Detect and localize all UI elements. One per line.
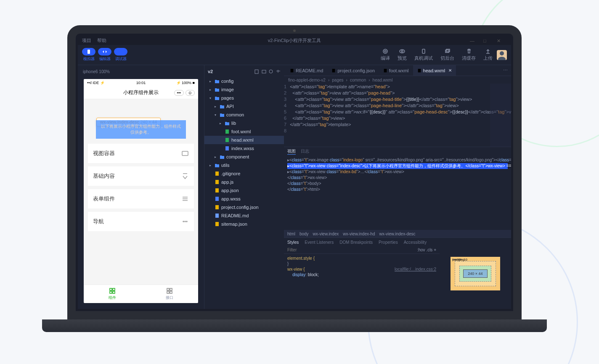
editor-tab[interactable]: project.config.json	[327, 65, 379, 76]
dt-style-tab[interactable]: DOM Breakpoints	[339, 240, 373, 245]
tb-code-button[interactable]: 编辑器	[98, 48, 111, 62]
tb-debug-button[interactable]: 调试器	[114, 48, 127, 62]
chevron-icon: ▾	[215, 113, 218, 117]
card-icon	[181, 150, 189, 157]
box-content: 240 × 44	[463, 269, 487, 278]
editor-tab[interactable]: foot.wxml	[379, 65, 413, 76]
tree-item[interactable]: app.js	[204, 178, 284, 186]
dt-tab-log[interactable]: 日志	[301, 148, 309, 154]
crumb[interactable]: common	[350, 78, 366, 82]
tree-item[interactable]: head.wxml	[204, 136, 284, 144]
close-icon[interactable]: ✕	[448, 68, 452, 73]
tb-phone-debug-button[interactable]: 真机调试	[414, 48, 433, 61]
editor-tab[interactable]: README.md	[286, 65, 327, 76]
tree-item[interactable]: ▸ image	[204, 85, 284, 94]
code-line[interactable]: <attr">class="tag">view attr">wx:if="{{d…	[290, 109, 511, 115]
tb-phone-button[interactable]: 模拟器	[82, 48, 95, 62]
refresh-icon[interactable]	[269, 69, 273, 74]
dt-style-tab[interactable]: Event Listeners	[305, 240, 334, 245]
tree-item[interactable]: project.config.json	[204, 203, 284, 211]
crumb[interactable]: pages	[332, 78, 343, 82]
dt-crumb[interactable]: wx-view.index-hd	[343, 232, 375, 236]
tree-item[interactable]: ▸ utils	[204, 161, 284, 169]
sim-card-2[interactable]: 表单组件	[88, 189, 194, 208]
tree-item[interactable]: ▸ config	[204, 77, 284, 85]
tree-item[interactable]: .gitignore	[204, 169, 284, 178]
tree-item[interactable]: ▸ component	[204, 153, 284, 161]
editor-tabs: README.md project.config.json foot.wxml …	[284, 65, 511, 76]
code-editor[interactable]: 12345678 <attr">class="tag">template att…	[284, 84, 511, 147]
tb-target-button[interactable]: 编译	[381, 48, 390, 61]
dt-filter-tools[interactable]: :hov .cls +	[417, 248, 436, 252]
collapse-icon[interactable]	[276, 69, 281, 74]
dt-element-crumbs[interactable]: htmlbodywx-view.indexwx-view.index-hdwx-…	[284, 230, 511, 237]
sim-card-1[interactable]: 基础内容	[88, 166, 194, 186]
tree-item[interactable]: ▾ pages	[204, 94, 284, 102]
new-folder-icon[interactable]	[262, 69, 266, 74]
tb-eye-button[interactable]: 预览	[398, 48, 407, 61]
code-line[interactable]: </attr">class="tag">view>	[290, 115, 511, 121]
tb-upload-button[interactable]: 上传	[483, 48, 493, 61]
sim-card-3[interactable]: 导航	[88, 212, 194, 231]
sim-card-0[interactable]: 视图容器	[88, 144, 194, 163]
dt-element-node[interactable]: ▸<class="t">wx-image class="index-logo" …	[287, 157, 508, 163]
svg-rect-16	[167, 288, 169, 290]
file-md-icon	[215, 213, 220, 218]
menu-item-help[interactable]: 帮助	[97, 37, 106, 44]
tree-item[interactable]: foot.wxml	[204, 127, 284, 136]
tb-background-button[interactable]: 切后台	[440, 48, 454, 61]
close-icon[interactable]: ✕	[497, 38, 501, 42]
dt-tab-view[interactable]: 视图	[287, 148, 296, 155]
ide-window: 项目 帮助 v2-FinClip小程序开发工具 — □ ✕ 模拟器 编辑器 调试…	[78, 36, 511, 309]
code-line[interactable]: <attr">class="tag">template attr">name="…	[290, 84, 511, 90]
avatar[interactable]	[497, 50, 507, 60]
tree-root[interactable]: v2	[208, 69, 213, 74]
code-line[interactable]	[290, 128, 511, 134]
tree-item[interactable]: ▸ lib	[204, 119, 284, 127]
menu-item-project[interactable]: 项目	[82, 37, 91, 44]
sim-more-icon[interactable]: •••	[174, 90, 184, 96]
tree-item[interactable]: index.wxss	[204, 144, 284, 153]
dt-element-node[interactable]: ▸<class="t">wx-view class="index-desc">以…	[287, 163, 508, 169]
dt-crumb[interactable]: body	[300, 232, 309, 236]
tab-more-icon[interactable]: ⋯	[500, 68, 511, 73]
code-line[interactable]: <attr">class="tag">view attr">class="pag…	[290, 90, 511, 96]
dt-style-rules[interactable]: element.style {}</span><span class="dt-r…	[284, 254, 440, 279]
tree-item[interactable]: app.json	[204, 186, 284, 195]
dt-element-node[interactable]: ▸<class="t">wx-view class="index-bd">…</…	[287, 169, 508, 175]
maximize-icon[interactable]: □	[483, 38, 488, 42]
sim-highlighted-view[interactable]: 以下将展示小程序官方组件能力，组件样式仅供参考。	[96, 120, 186, 139]
dt-crumb[interactable]: wx-view.index	[313, 232, 339, 236]
code-line[interactable]: </attr">class="tag">template>	[290, 121, 511, 128]
code-line[interactable]: <attr">class="tag">view attr">class="pag…	[290, 103, 511, 109]
dt-style-tab[interactable]: Styles	[287, 240, 299, 245]
file-xml-icon	[383, 69, 387, 73]
code-line[interactable]: <attr">class="tag">view attr">class="pag…	[290, 96, 511, 103]
minimize-icon[interactable]: —	[470, 38, 474, 42]
sim-close-icon[interactable]: ⊙	[186, 90, 195, 96]
tree-item[interactable]: ▸ API	[204, 102, 284, 111]
editor-tab[interactable]: head.wxml✕	[413, 65, 456, 76]
crumb[interactable]: head.wxml	[373, 78, 393, 82]
tree-item[interactable]: app.wxss	[204, 195, 284, 203]
svg-rect-14	[110, 291, 112, 293]
tree-item[interactable]: README.md	[204, 211, 284, 220]
chevron-icon: ▸	[220, 121, 223, 125]
sim-tab-0[interactable]: 组件	[84, 285, 141, 303]
dt-style-tab[interactable]: Properties	[379, 240, 398, 245]
dt-crumb[interactable]: wx-view.index-desc	[379, 232, 415, 236]
sim-tab-1[interactable]: 接口	[141, 285, 198, 303]
dt-style-tab[interactable]: Accessibility	[404, 240, 427, 245]
dt-elements-panel[interactable]: ▸<class="t">wx-image class="index-logo" …	[284, 156, 511, 230]
dt-filter-input[interactable]	[287, 248, 417, 252]
crumb[interactable]: fino-applet-demo-v2	[288, 78, 326, 82]
dt-element-node[interactable]: </class="t">body>	[287, 181, 508, 187]
dt-element-node[interactable]: </class="t">html>	[287, 187, 508, 193]
dt-element-node[interactable]: </class="t">wx-view>	[287, 175, 508, 181]
tree-item[interactable]: ▾ common	[204, 111, 284, 119]
dt-crumb[interactable]: html	[287, 232, 295, 236]
minimap[interactable]	[490, 84, 511, 147]
new-file-icon[interactable]	[254, 69, 259, 74]
tb-trash-button[interactable]: 清缓存	[462, 48, 476, 61]
tree-item[interactable]: sitemap.json	[204, 220, 284, 228]
